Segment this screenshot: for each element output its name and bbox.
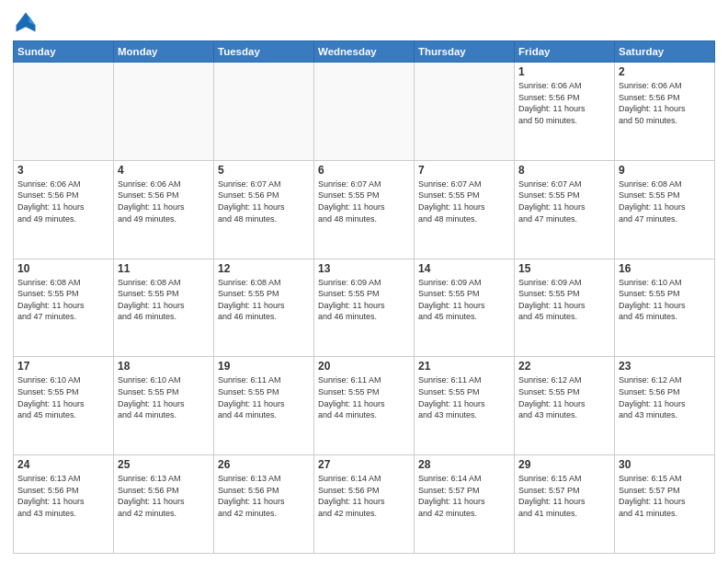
calendar-cell: 25Sunrise: 6:13 AM Sunset: 5:56 PM Dayli… bbox=[114, 455, 214, 554]
calendar-cell: 11Sunrise: 6:08 AM Sunset: 5:55 PM Dayli… bbox=[114, 259, 214, 357]
day-info: Sunrise: 6:07 AM Sunset: 5:56 PM Dayligh… bbox=[218, 178, 310, 224]
day-number: 24 bbox=[17, 458, 109, 471]
calendar-header-tuesday: Tuesday bbox=[214, 41, 314, 63]
day-number: 3 bbox=[17, 164, 109, 177]
calendar-cell bbox=[114, 63, 214, 161]
day-info: Sunrise: 6:15 AM Sunset: 5:57 PM Dayligh… bbox=[518, 473, 610, 519]
calendar-cell: 3Sunrise: 6:06 AM Sunset: 5:56 PM Daylig… bbox=[14, 160, 114, 259]
day-info: Sunrise: 6:11 AM Sunset: 5:55 PM Dayligh… bbox=[318, 374, 410, 420]
day-info: Sunrise: 6:10 AM Sunset: 5:55 PM Dayligh… bbox=[17, 374, 109, 420]
calendar-cell: 16Sunrise: 6:10 AM Sunset: 5:55 PM Dayli… bbox=[615, 259, 715, 357]
day-info: Sunrise: 6:10 AM Sunset: 5:55 PM Dayligh… bbox=[619, 277, 711, 323]
day-number: 10 bbox=[17, 262, 109, 275]
day-number: 13 bbox=[318, 262, 410, 275]
day-number: 16 bbox=[619, 262, 711, 275]
day-number: 5 bbox=[218, 164, 310, 177]
calendar-cell: 4Sunrise: 6:06 AM Sunset: 5:56 PM Daylig… bbox=[114, 160, 214, 259]
calendar-cell: 30Sunrise: 6:15 AM Sunset: 5:57 PM Dayli… bbox=[615, 455, 715, 554]
day-info: Sunrise: 6:07 AM Sunset: 5:55 PM Dayligh… bbox=[518, 178, 610, 224]
day-info: Sunrise: 6:06 AM Sunset: 5:56 PM Dayligh… bbox=[518, 80, 610, 126]
day-number: 22 bbox=[518, 360, 610, 373]
calendar-cell: 23Sunrise: 6:12 AM Sunset: 5:56 PM Dayli… bbox=[615, 357, 715, 455]
calendar-cell: 18Sunrise: 6:10 AM Sunset: 5:55 PM Dayli… bbox=[114, 357, 214, 455]
calendar-week-row: 1Sunrise: 6:06 AM Sunset: 5:56 PM Daylig… bbox=[14, 63, 715, 161]
day-info: Sunrise: 6:08 AM Sunset: 5:55 PM Dayligh… bbox=[17, 277, 109, 323]
calendar-cell: 9Sunrise: 6:08 AM Sunset: 5:55 PM Daylig… bbox=[615, 160, 715, 259]
day-info: Sunrise: 6:10 AM Sunset: 5:55 PM Dayligh… bbox=[118, 374, 210, 420]
calendar-week-row: 17Sunrise: 6:10 AM Sunset: 5:55 PM Dayli… bbox=[14, 357, 715, 455]
day-number: 18 bbox=[118, 360, 210, 373]
day-number: 2 bbox=[619, 65, 711, 78]
day-info: Sunrise: 6:13 AM Sunset: 5:56 PM Dayligh… bbox=[17, 473, 109, 519]
calendar-week-row: 24Sunrise: 6:13 AM Sunset: 5:56 PM Dayli… bbox=[14, 455, 715, 554]
calendar-cell: 8Sunrise: 6:07 AM Sunset: 5:55 PM Daylig… bbox=[515, 160, 615, 259]
day-info: Sunrise: 6:11 AM Sunset: 5:55 PM Dayligh… bbox=[218, 374, 310, 420]
day-info: Sunrise: 6:09 AM Sunset: 5:55 PM Dayligh… bbox=[318, 277, 410, 323]
day-number: 6 bbox=[318, 164, 410, 177]
day-number: 23 bbox=[619, 360, 711, 373]
day-info: Sunrise: 6:07 AM Sunset: 5:55 PM Dayligh… bbox=[418, 178, 510, 224]
calendar-cell: 27Sunrise: 6:14 AM Sunset: 5:56 PM Dayli… bbox=[314, 455, 415, 554]
day-info: Sunrise: 6:15 AM Sunset: 5:57 PM Dayligh… bbox=[619, 473, 711, 519]
day-number: 29 bbox=[518, 458, 610, 471]
calendar-cell: 2Sunrise: 6:06 AM Sunset: 5:56 PM Daylig… bbox=[615, 63, 715, 161]
calendar-cell: 15Sunrise: 6:09 AM Sunset: 5:55 PM Dayli… bbox=[515, 259, 615, 357]
day-info: Sunrise: 6:09 AM Sunset: 5:55 PM Dayligh… bbox=[518, 277, 610, 323]
day-number: 25 bbox=[118, 458, 210, 471]
day-number: 21 bbox=[418, 360, 510, 373]
calendar-cell: 21Sunrise: 6:11 AM Sunset: 5:55 PM Dayli… bbox=[415, 357, 515, 455]
day-info: Sunrise: 6:08 AM Sunset: 5:55 PM Dayligh… bbox=[619, 178, 711, 224]
calendar-cell: 6Sunrise: 6:07 AM Sunset: 5:55 PM Daylig… bbox=[314, 160, 415, 259]
header bbox=[13, 9, 715, 35]
calendar-cell: 29Sunrise: 6:15 AM Sunset: 5:57 PM Dayli… bbox=[515, 455, 615, 554]
day-number: 15 bbox=[518, 262, 610, 275]
calendar-cell: 28Sunrise: 6:14 AM Sunset: 5:57 PM Dayli… bbox=[415, 455, 515, 554]
day-number: 7 bbox=[418, 164, 510, 177]
calendar-cell: 14Sunrise: 6:09 AM Sunset: 5:55 PM Dayli… bbox=[415, 259, 515, 357]
calendar-cell: 19Sunrise: 6:11 AM Sunset: 5:55 PM Dayli… bbox=[214, 357, 314, 455]
day-number: 30 bbox=[619, 458, 711, 471]
day-number: 20 bbox=[318, 360, 410, 373]
day-number: 1 bbox=[518, 65, 610, 78]
day-info: Sunrise: 6:09 AM Sunset: 5:55 PM Dayligh… bbox=[418, 277, 510, 323]
calendar-cell: 20Sunrise: 6:11 AM Sunset: 5:55 PM Dayli… bbox=[314, 357, 415, 455]
calendar-cell: 1Sunrise: 6:06 AM Sunset: 5:56 PM Daylig… bbox=[515, 63, 615, 161]
day-number: 26 bbox=[218, 458, 310, 471]
calendar-cell: 22Sunrise: 6:12 AM Sunset: 5:55 PM Dayli… bbox=[515, 357, 615, 455]
day-info: Sunrise: 6:14 AM Sunset: 5:57 PM Dayligh… bbox=[418, 473, 510, 519]
day-info: Sunrise: 6:06 AM Sunset: 5:56 PM Dayligh… bbox=[17, 178, 109, 224]
day-number: 28 bbox=[418, 458, 510, 471]
day-info: Sunrise: 6:08 AM Sunset: 5:55 PM Dayligh… bbox=[218, 277, 310, 323]
day-number: 11 bbox=[118, 262, 210, 275]
day-info: Sunrise: 6:11 AM Sunset: 5:55 PM Dayligh… bbox=[418, 374, 510, 420]
day-info: Sunrise: 6:06 AM Sunset: 5:56 PM Dayligh… bbox=[118, 178, 210, 224]
logo bbox=[13, 9, 42, 35]
day-number: 8 bbox=[518, 164, 610, 177]
calendar-header-saturday: Saturday bbox=[615, 41, 715, 63]
calendar-cell: 24Sunrise: 6:13 AM Sunset: 5:56 PM Dayli… bbox=[14, 455, 114, 554]
day-number: 12 bbox=[218, 262, 310, 275]
day-info: Sunrise: 6:14 AM Sunset: 5:56 PM Dayligh… bbox=[318, 473, 410, 519]
day-info: Sunrise: 6:12 AM Sunset: 5:56 PM Dayligh… bbox=[619, 374, 711, 420]
calendar-cell: 13Sunrise: 6:09 AM Sunset: 5:55 PM Dayli… bbox=[314, 259, 415, 357]
calendar-header-monday: Monday bbox=[114, 41, 214, 63]
calendar-cell: 5Sunrise: 6:07 AM Sunset: 5:56 PM Daylig… bbox=[214, 160, 314, 259]
day-number: 9 bbox=[619, 164, 711, 177]
calendar-week-row: 10Sunrise: 6:08 AM Sunset: 5:55 PM Dayli… bbox=[14, 259, 715, 357]
day-info: Sunrise: 6:07 AM Sunset: 5:55 PM Dayligh… bbox=[318, 178, 410, 224]
day-info: Sunrise: 6:12 AM Sunset: 5:55 PM Dayligh… bbox=[518, 374, 610, 420]
calendar-header-sunday: Sunday bbox=[14, 41, 114, 63]
calendar-cell: 17Sunrise: 6:10 AM Sunset: 5:55 PM Dayli… bbox=[14, 357, 114, 455]
day-info: Sunrise: 6:08 AM Sunset: 5:55 PM Dayligh… bbox=[118, 277, 210, 323]
day-number: 14 bbox=[418, 262, 510, 275]
day-number: 4 bbox=[118, 164, 210, 177]
logo-icon bbox=[13, 9, 39, 35]
calendar-cell bbox=[14, 63, 114, 161]
calendar-cell: 26Sunrise: 6:13 AM Sunset: 5:56 PM Dayli… bbox=[214, 455, 314, 554]
day-info: Sunrise: 6:13 AM Sunset: 5:56 PM Dayligh… bbox=[118, 473, 210, 519]
calendar-week-row: 3Sunrise: 6:06 AM Sunset: 5:56 PM Daylig… bbox=[14, 160, 715, 259]
calendar-header-row: SundayMondayTuesdayWednesdayThursdayFrid… bbox=[14, 41, 715, 63]
calendar-header-friday: Friday bbox=[515, 41, 615, 63]
calendar-header-thursday: Thursday bbox=[415, 41, 515, 63]
day-info: Sunrise: 6:06 AM Sunset: 5:56 PM Dayligh… bbox=[619, 80, 711, 126]
